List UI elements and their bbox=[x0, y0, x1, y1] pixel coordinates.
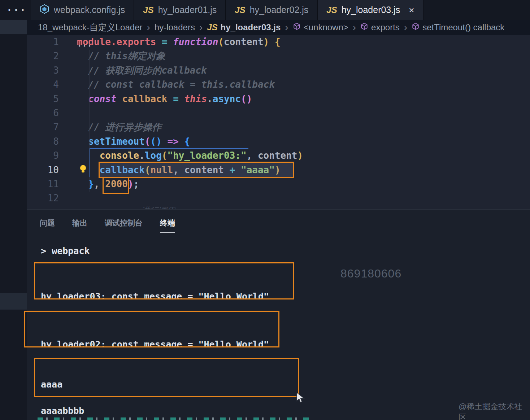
breadcrumb-symbol[interactable]: setTimeout() callback bbox=[412, 22, 504, 32]
mouse-cursor bbox=[296, 393, 305, 405]
chevron-right-icon: › bbox=[147, 22, 150, 32]
webpack-icon bbox=[39, 4, 49, 16]
js-icon: JS bbox=[235, 5, 245, 15]
code-line[interactable]: 2 // this绑定对象 bbox=[27, 49, 530, 63]
breadcrumb-folder[interactable]: 18_webpack-自定义Loader bbox=[38, 22, 143, 33]
panel-tab-debug-console[interactable]: 调试控制台 bbox=[105, 218, 143, 233]
chevron-right-icon: › bbox=[285, 22, 288, 32]
line-number: 5 bbox=[27, 92, 59, 106]
chevron-right-icon: › bbox=[404, 22, 407, 32]
code-editor[interactable]: 1module.exports = function(content) {2 /… bbox=[27, 35, 530, 209]
js-icon: JS bbox=[207, 22, 217, 32]
editor-tab-bar: ··· webpack.config.js JS hy_loader01.js … bbox=[0, 0, 530, 20]
code-line[interactable]: 8 setTimeout(() => { bbox=[27, 135, 530, 149]
terminal-output-box-loader03: hy_loader03: const message = "Hello Worl… bbox=[34, 262, 294, 299]
terminal-output-box-loader02: hy_loader02: const message = "Hello Worl… bbox=[24, 311, 279, 347]
breadcrumb-file[interactable]: JS hy_loader03.js bbox=[207, 22, 281, 32]
tab-hy-loader03[interactable]: JS hy_loader03.js × bbox=[318, 0, 423, 20]
line-number: 7 bbox=[27, 120, 59, 134]
code-line[interactable]: 9 console.log("hy_loader03:", content) bbox=[27, 149, 530, 163]
terminal-line: hy_loader03: const message = "Hello Worl… bbox=[41, 290, 293, 299]
sidebar-edge bbox=[0, 20, 27, 420]
line-number: 2 bbox=[27, 49, 59, 63]
tab-hy-loader01[interactable]: JS hy_loader01.js bbox=[134, 0, 226, 20]
line-number: 12 bbox=[27, 191, 59, 205]
panel-tab-output[interactable]: 输出 bbox=[72, 218, 87, 233]
panel-tab-problems[interactable]: 问题 bbox=[40, 218, 55, 233]
terminal-output-box-loader01: aaaa hy_loader01: const message = "Hello… bbox=[34, 358, 299, 397]
terminal-line: aaaa bbox=[41, 379, 298, 391]
annotation-box-callback bbox=[99, 162, 294, 178]
panel-tab-terminal[interactable]: 终端 bbox=[160, 218, 175, 233]
tab-label: webpack.config.js bbox=[54, 5, 125, 15]
prompt-chevron: > bbox=[41, 246, 46, 256]
js-icon: JS bbox=[143, 5, 153, 15]
line-number: 11 bbox=[27, 177, 59, 191]
line-number: 8 bbox=[27, 135, 59, 149]
breadcrumb-symbol[interactable]: exports bbox=[360, 22, 400, 32]
tab-hy-loader02[interactable]: JS hy_loader02.js bbox=[226, 0, 318, 20]
symbol-cube-icon bbox=[293, 22, 301, 32]
code-line[interactable]: 1module.exports = function(content) { bbox=[27, 35, 530, 49]
breadcrumb: 18_webpack-自定义Loader › hy-loaders › JS h… bbox=[27, 20, 530, 35]
breadcrumb-symbol[interactable]: <unknown> bbox=[293, 22, 348, 32]
chevron-right-icon: › bbox=[353, 22, 356, 32]
annotation-box-2000 bbox=[103, 177, 129, 194]
line-number: 1 bbox=[27, 35, 59, 49]
site-watermark: @稀土掘金技术社区 bbox=[459, 401, 530, 420]
tabs-overflow-button[interactable]: ··· bbox=[0, 0, 31, 20]
scope-highlight-line bbox=[90, 148, 248, 149]
clipped-code-line: 进行调用 bbox=[141, 205, 175, 209]
line-number: 3 bbox=[27, 64, 59, 78]
code-line[interactable]: 6 bbox=[27, 106, 530, 120]
js-icon: JS bbox=[326, 5, 337, 15]
scope-highlight-line bbox=[90, 148, 90, 177]
close-icon[interactable]: × bbox=[409, 5, 414, 15]
line-number: 10 bbox=[27, 163, 59, 177]
symbol-cube-icon bbox=[412, 22, 420, 32]
code-line[interactable]: 7 // 进行异步操作 bbox=[27, 120, 530, 134]
code-line[interactable]: 3 // 获取到同步的callback bbox=[27, 64, 530, 78]
lightbulb-icon[interactable] bbox=[78, 164, 88, 175]
terminal-command: webpack bbox=[52, 246, 90, 256]
panel-tab-bar: 问题 输出 调试控制台 终端 bbox=[40, 218, 175, 233]
sidebar-edge-header bbox=[0, 20, 27, 34]
breadcrumb-folder[interactable]: hy-loaders bbox=[155, 22, 195, 32]
symbol-cube-icon bbox=[360, 22, 368, 32]
terminal-line: hy_loader02: const message = "Hello Worl… bbox=[41, 338, 278, 347]
terminal-prompt: > webpack bbox=[41, 246, 90, 256]
fold-ellipsis[interactable]: ··· bbox=[77, 41, 92, 50]
overlay-number: 869180606 bbox=[340, 267, 401, 280]
line-number: 4 bbox=[27, 78, 59, 92]
line-number: 9 bbox=[27, 149, 59, 163]
tab-label: hy_loader03.js bbox=[342, 5, 400, 15]
chevron-right-icon: › bbox=[199, 22, 203, 32]
sidebar-edge-highlight bbox=[0, 293, 27, 310]
tab-webpack-config[interactable]: webpack.config.js bbox=[31, 0, 134, 20]
clipped-terminal-line bbox=[38, 417, 312, 420]
terminal-line: aaaabbbb bbox=[41, 406, 84, 416]
code-line[interactable]: 4 // const callback = this.callback bbox=[27, 78, 530, 92]
line-number: 6 bbox=[27, 106, 59, 120]
tab-label: hy_loader01.js bbox=[158, 5, 217, 15]
code-line[interactable]: 5 const callback = this.async() bbox=[27, 92, 530, 106]
tab-label: hy_loader02.js bbox=[250, 5, 309, 15]
